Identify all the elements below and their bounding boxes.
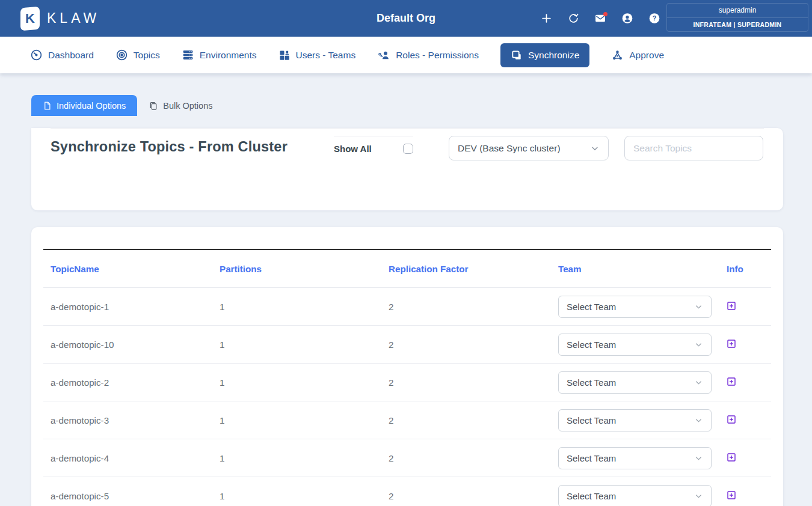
logo-letter: K <box>25 11 35 26</box>
add-topic-sync-button[interactable] <box>727 453 736 462</box>
nav-label: Approve <box>629 50 664 61</box>
add-topic-sync-button[interactable] <box>727 490 736 500</box>
page-title: Synchronize Topics - From Cluster <box>51 139 327 155</box>
tab-label: Bulk Options <box>163 101 212 111</box>
table-row: a-demotopic-10 1 2 Select Team <box>43 325 771 363</box>
nav-label: Environments <box>200 50 257 61</box>
brand[interactable]: K KLAW <box>20 7 100 30</box>
team-cell: Select Team <box>551 409 719 431</box>
partitions-value: 1 <box>220 415 224 425</box>
team-select[interactable]: Select Team <box>558 409 712 431</box>
help-icon[interactable]: ? <box>648 13 660 25</box>
klaw-logo-icon: K <box>20 6 40 30</box>
divider <box>51 128 764 129</box>
topic-name-cell: a-demotopic-1 <box>43 302 212 312</box>
notification-dot <box>603 12 607 16</box>
replication-cell: 2 <box>381 453 551 463</box>
table-row: a-demotopic-2 1 2 Select Team <box>43 363 771 401</box>
nav-environments[interactable]: Environments <box>182 49 257 61</box>
team-select[interactable]: Select Team <box>558 485 712 506</box>
info-cell <box>719 377 771 388</box>
add-topic-sync-button[interactable] <box>727 301 736 311</box>
team-select[interactable]: Select Team <box>558 296 712 318</box>
topic-name-cell: a-demotopic-3 <box>43 415 212 425</box>
replication-cell: 2 <box>381 302 551 312</box>
nav-approve[interactable]: Approve <box>611 49 664 61</box>
show-all-label: Show All <box>334 144 372 154</box>
team-select-value: Select Team <box>567 415 616 425</box>
refresh-icon[interactable] <box>567 13 579 25</box>
topic-name: a-demotopic-3 <box>51 415 109 425</box>
brand-name: KLAW <box>47 10 100 26</box>
table-row: a-demotopic-4 1 2 Select Team <box>43 439 771 477</box>
nav-synchronize[interactable]: Synchronize <box>500 43 589 67</box>
show-all-checkbox[interactable] <box>403 144 413 154</box>
col-partitions: Partitions <box>212 264 381 274</box>
nav-dashboard[interactable]: Dashboard <box>30 49 94 61</box>
tab-bulk-options[interactable]: Bulk Options <box>137 95 224 116</box>
team-select-value: Select Team <box>567 453 616 463</box>
partitions-cell: 1 <box>212 302 381 312</box>
nav-label: Roles - Permissions <box>396 50 479 61</box>
replication-value: 2 <box>389 415 393 425</box>
team-cell: Select Team <box>551 447 719 469</box>
top-app-bar: K KLAW Default Org ? superadmin INFRATEA… <box>0 0 812 37</box>
replication-cell: 2 <box>381 491 551 501</box>
col-replication-factor: Replication Factor <box>381 264 551 274</box>
show-all-control: Show All <box>334 136 413 154</box>
topic-name-cell: a-demotopic-2 <box>43 377 212 388</box>
topic-name: a-demotopic-2 <box>51 377 109 388</box>
nav-topics[interactable]: Topics <box>115 49 160 61</box>
team-select[interactable]: Select Team <box>558 447 712 469</box>
partitions-value: 1 <box>220 491 224 501</box>
cluster-select-value: DEV (Base Sync cluster) <box>458 143 561 154</box>
topic-name-cell: a-demotopic-10 <box>43 340 212 350</box>
add-topic-sync-button[interactable] <box>727 339 736 349</box>
partitions-cell: 1 <box>212 377 381 388</box>
partitions-cell: 1 <box>212 453 381 463</box>
team-select[interactable]: Select Team <box>558 334 712 356</box>
team-select-value: Select Team <box>567 491 616 501</box>
replication-cell: 2 <box>381 415 551 425</box>
info-cell <box>719 490 771 502</box>
partitions-cell: 1 <box>212 340 381 350</box>
table-row: a-demotopic-1 1 2 Select Team <box>43 287 771 325</box>
tab-individual-options[interactable]: Individual Options <box>31 95 137 116</box>
topics-table-card: TopicName Partitions Replication Factor … <box>31 227 783 506</box>
team-select-value: Select Team <box>567 377 616 388</box>
add-icon[interactable] <box>540 13 552 25</box>
table-row: a-demotopic-5 1 2 Select Team <box>43 477 771 506</box>
table-body: a-demotopic-1 1 2 Select Team a-demotopi… <box>43 287 771 506</box>
user-info-box[interactable]: superadmin INFRATEAM | SUPERADMIN <box>666 3 808 32</box>
nav-roles-permissions[interactable]: Roles - Permissions <box>377 49 479 61</box>
replication-value: 2 <box>389 377 393 388</box>
table-header-row: TopicName Partitions Replication Factor … <box>43 250 771 287</box>
partitions-value: 1 <box>220 453 224 463</box>
topic-name: a-demotopic-1 <box>51 302 109 312</box>
mail-icon[interactable] <box>594 13 606 25</box>
topic-name: a-demotopic-4 <box>51 453 109 463</box>
account-icon[interactable] <box>621 13 633 25</box>
nav-users-teams[interactable]: Users - Teams <box>278 49 356 61</box>
topic-name-cell: a-demotopic-4 <box>43 453 212 463</box>
nav-label: Topics <box>134 50 160 61</box>
col-team: Team <box>551 264 719 274</box>
partitions-value: 1 <box>220 377 224 388</box>
info-cell <box>719 453 771 464</box>
partitions-cell: 1 <box>212 491 381 501</box>
topic-name-cell: a-demotopic-5 <box>43 491 212 501</box>
topic-name: a-demotopic-5 <box>51 491 109 501</box>
nav-label: Dashboard <box>48 50 94 61</box>
cluster-select[interactable]: DEV (Base Sync cluster) <box>449 136 609 160</box>
search-topics-input[interactable] <box>624 136 763 160</box>
team-cell: Select Team <box>551 485 719 506</box>
options-tabs: Individual Options Bulk Options <box>31 95 783 116</box>
team-select[interactable]: Select Team <box>558 371 712 394</box>
col-topicname: TopicName <box>43 264 212 274</box>
nav-label: Synchronize <box>528 50 579 61</box>
add-topic-sync-button[interactable] <box>727 415 736 424</box>
nav-label: Users - Teams <box>296 50 356 61</box>
sync-filters-card: Synchronize Topics - From Cluster Show A… <box>31 128 783 210</box>
add-topic-sync-button[interactable] <box>727 377 736 386</box>
partitions-cell: 1 <box>212 415 381 425</box>
